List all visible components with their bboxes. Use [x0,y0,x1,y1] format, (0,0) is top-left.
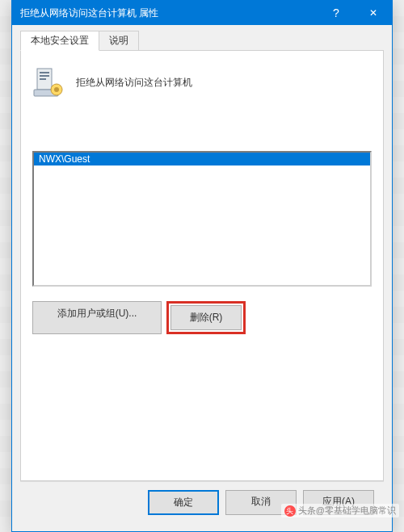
tab-explanation[interactable]: 说明 [99,31,139,51]
titlebar: 拒绝从网络访问这台计算机 属性 ? ✕ [12,1,392,25]
watermark: 头头条@零基础学电脑常识 [281,504,399,517]
properties-dialog: 拒绝从网络访问这台计算机 属性 ? ✕ 本地安全设置 说明 [11,0,393,532]
svg-rect-3 [40,78,46,80]
tab-label: 本地安全设置 [31,35,89,46]
watermark-avatar-icon: 头 [284,505,296,517]
button-label: 添加用户或组(U)... [57,308,137,319]
svg-rect-2 [40,75,49,77]
help-icon: ? [333,6,339,19]
highlight-box: 删除(R) [166,301,246,334]
svg-point-6 [54,87,59,92]
remove-button[interactable]: 删除(R) [170,305,242,330]
button-label: 取消 [251,496,271,507]
tab-label: 说明 [109,35,128,46]
dialog-content: 本地安全设置 说明 拒绝从网 [12,25,392,531]
panel-header: 拒绝从网络访问这台计算机 [32,65,372,99]
policy-icon [32,65,63,99]
button-label: 删除(R) [190,312,223,323]
add-user-button[interactable]: 添加用户或组(U)... [32,301,162,334]
svg-rect-1 [40,72,49,73]
list-buttons: 添加用户或组(U)... 删除(R) [32,301,372,334]
users-listbox[interactable]: NWX\Guest [32,151,372,287]
list-item[interactable]: NWX\Guest [34,153,370,165]
window-title: 拒绝从网络访问这台计算机 属性 [12,6,318,20]
panel-title: 拒绝从网络访问这台计算机 [76,76,192,90]
watermark-prefix: 头条 [298,505,316,515]
help-button[interactable]: ? [318,1,355,25]
tab-strip: 本地安全设置 说明 [20,31,384,51]
ok-button[interactable]: 确定 [148,490,219,515]
tab-panel: 拒绝从网络访问这台计算机 NWX\Guest 添加用户或组(U)... 删除(R… [20,50,384,481]
close-icon: ✕ [369,7,377,19]
close-button[interactable]: ✕ [355,1,392,25]
tab-local-security[interactable]: 本地安全设置 [20,31,99,51]
button-label: 确定 [174,496,193,508]
watermark-text: @零基础学电脑常识 [316,505,396,515]
